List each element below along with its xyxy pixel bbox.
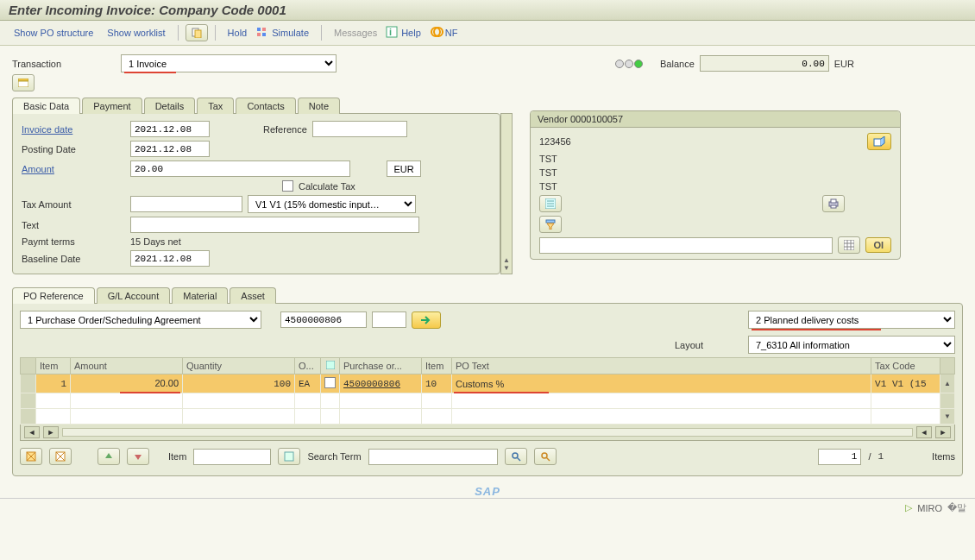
col-tax-code[interactable]: Tax Code	[871, 358, 940, 374]
dropdown-icon[interactable]: �말	[947, 501, 966, 514]
scroll-right-end-icon[interactable]: ►	[935, 426, 951, 438]
svg-rect-20	[546, 220, 555, 223]
highlight-marker	[454, 392, 549, 393]
baseline-date-input[interactable]	[130, 250, 210, 267]
vendor-search-input[interactable]	[539, 237, 833, 254]
nf-button[interactable]: NF	[430, 25, 463, 41]
search-term-input[interactable]	[368, 449, 498, 465]
vendor-print-icon[interactable]	[822, 195, 845, 212]
tax-code-select[interactable]: V1 V1 (15% domestic input…	[248, 195, 416, 213]
vendor-list-icon[interactable]	[539, 195, 562, 212]
page-current[interactable]	[818, 449, 861, 465]
tab-po-reference[interactable]: PO Reference	[12, 287, 95, 304]
hold-button[interactable]: Hold	[223, 25, 253, 41]
horizontal-scrollbar[interactable]	[62, 428, 913, 437]
posting-date-input[interactable]	[130, 141, 210, 157]
text-label: Text	[22, 220, 125, 230]
tab-contacts[interactable]: Contacts	[236, 98, 295, 114]
find-next-icon[interactable]	[534, 448, 557, 465]
cost-select[interactable]: 2 Planned delivery costs	[748, 311, 955, 329]
scroll-left-end-icon[interactable]: ◄	[916, 426, 932, 438]
cell-po-number[interactable]: 4500000806	[340, 374, 422, 393]
help-button[interactable]: i Help	[386, 25, 426, 41]
col-amount[interactable]: Amount	[71, 358, 183, 374]
col-order-unit[interactable]: O...	[295, 358, 321, 374]
po-number-input[interactable]	[280, 311, 367, 328]
show-po-structure-button[interactable]: Show PO structure	[9, 25, 98, 41]
invoice-date-label[interactable]: Invoice date	[22, 124, 125, 135]
svg-rect-1	[195, 30, 201, 38]
scroll-down-icon[interactable]: ▼	[940, 409, 955, 425]
scroll-right-icon[interactable]: ►	[43, 426, 59, 438]
cell-amount[interactable]: 20.00	[71, 374, 183, 393]
panel-scrollbar[interactable]: ▲ ▼	[500, 113, 513, 274]
tab-details[interactable]: Details	[144, 98, 196, 114]
svg-rect-19	[831, 205, 836, 208]
tab-tax[interactable]: Tax	[197, 98, 234, 114]
col-po[interactable]: Purchase or...	[340, 358, 422, 374]
tab-basic-data[interactable]: Basic Data	[12, 98, 80, 114]
tab-payment[interactable]: Payment	[82, 98, 142, 114]
status-bar: ▷ MIRO �말	[0, 498, 975, 517]
po-reference-panel: 1 Purchase Order/Scheduling Agreement 2 …	[12, 303, 963, 476]
find-icon[interactable]	[505, 448, 527, 465]
calculate-tax-checkbox[interactable]	[282, 180, 293, 192]
tab-asset[interactable]: Asset	[230, 287, 276, 304]
oi-button[interactable]: OI	[865, 237, 891, 253]
cell-po-item[interactable]: 10	[422, 374, 452, 393]
tab-note[interactable]: Note	[298, 98, 340, 114]
table-row[interactable]: ▼	[21, 409, 955, 425]
amount-input[interactable]	[130, 160, 350, 177]
scroll-up-icon[interactable]: ▲	[940, 374, 955, 393]
simulate-button[interactable]: Simulate	[255, 25, 314, 41]
deselect-all-icon[interactable]	[49, 448, 72, 465]
cell-unit[interactable]: EA	[295, 374, 321, 393]
vendor-grid-icon[interactable]	[838, 236, 860, 254]
tax-amount-input[interactable]	[130, 196, 242, 212]
scroll-left-icon[interactable]: ◄	[24, 426, 40, 438]
header-toggle-icon[interactable]	[12, 74, 35, 91]
cell-tax-code[interactable]: V1 V1 (15	[871, 374, 940, 393]
col-po-item[interactable]: Item	[422, 358, 452, 374]
sort-desc-icon[interactable]	[127, 448, 149, 465]
basic-data-panel: Invoice date Reference Posting Date Amou…	[12, 113, 500, 274]
amount-currency	[387, 160, 421, 177]
show-worklist-button[interactable]: Show worklist	[102, 25, 170, 41]
item-find-icon[interactable]	[278, 448, 300, 465]
cell-checkbox[interactable]	[321, 374, 340, 393]
table-row[interactable]: 1 20.00 100 EA 4500000806 10 Customs % V…	[21, 374, 955, 393]
cell-quantity[interactable]: 100	[183, 374, 295, 393]
item-search-input[interactable]	[193, 449, 271, 465]
baseline-date-label: Baseline Date	[22, 254, 125, 264]
balance-value	[700, 55, 829, 72]
layout-select[interactable]: 7_6310 All information	[748, 336, 955, 354]
sort-asc-icon[interactable]	[98, 448, 120, 465]
text-input[interactable]	[130, 217, 419, 233]
tab-gl-account[interactable]: G/L Account	[97, 287, 171, 304]
invoice-date-input[interactable]	[130, 121, 210, 137]
highlight-marker	[124, 72, 176, 73]
col-po-text[interactable]: PO Text	[452, 358, 871, 374]
svg-rect-21	[844, 240, 854, 250]
cell-item[interactable]: 1	[36, 374, 71, 393]
layout-label: Layout	[675, 340, 703, 350]
col-selector[interactable]	[321, 358, 340, 374]
tab-material[interactable]: Material	[172, 287, 228, 304]
vendor-filter-icon[interactable]	[539, 216, 562, 233]
highlight-marker	[120, 392, 180, 393]
table-row[interactable]	[21, 393, 955, 409]
amount-label[interactable]: Amount	[22, 164, 125, 174]
reference-category-select[interactable]: 1 Purchase Order/Scheduling Agreement	[20, 311, 261, 329]
col-quantity[interactable]: Quantity	[183, 358, 295, 374]
separator	[215, 25, 216, 41]
other-invoice-icon[interactable]	[186, 24, 208, 41]
display-vendor-icon[interactable]	[867, 133, 891, 150]
simulate-icon	[255, 26, 269, 40]
reference-input[interactable]	[312, 121, 407, 137]
transaction-select[interactable]: 1 Invoice	[121, 54, 337, 72]
execute-icon[interactable]	[412, 311, 441, 329]
col-item[interactable]: Item	[36, 358, 71, 374]
cell-po-text[interactable]: Customs %	[452, 374, 871, 393]
select-all-icon[interactable]	[20, 448, 42, 465]
po-item-input[interactable]	[372, 311, 406, 328]
